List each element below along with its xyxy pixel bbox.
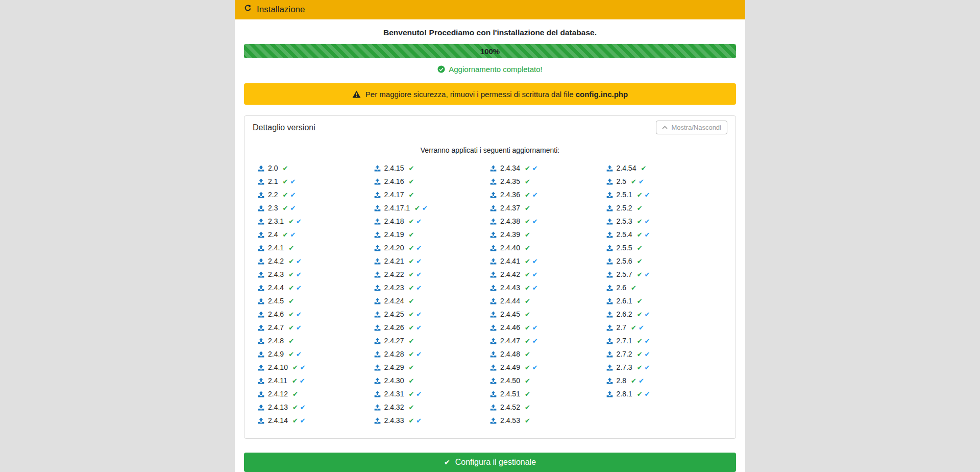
green-check-icon: ✔ — [637, 364, 643, 371]
green-check-icon: ✔ — [408, 338, 414, 344]
blue-check-icon: ✔ — [645, 338, 650, 344]
upload-icon — [490, 364, 497, 371]
install-panel: Installazione Benvenuto! Procediamo con … — [235, 0, 745, 472]
version-item: 2.4.17.1 ✔✔ — [374, 201, 491, 215]
progress-bar-fill: 100% — [244, 44, 736, 58]
blue-check-icon: ✔ — [416, 218, 422, 225]
blue-check-icon: ✔ — [296, 351, 302, 358]
version-item: 2.4.5 ✔ — [258, 294, 374, 308]
version-item: 2.4.26 ✔✔ — [374, 321, 491, 334]
version-label: 2.4.17 — [384, 191, 404, 199]
green-check-icon: ✔ — [525, 178, 530, 185]
version-label: 2.3.1 — [268, 217, 284, 225]
blue-check-icon: ✔ — [645, 364, 650, 371]
blue-check-icon: ✔ — [296, 271, 302, 278]
blue-check-icon: ✔ — [532, 192, 538, 198]
upload-icon — [374, 364, 381, 371]
version-label: 2.4.52 — [500, 403, 520, 411]
version-label: 2.4.8 — [268, 337, 284, 345]
version-item: 2.4.53 ✔ — [490, 414, 606, 427]
blue-check-icon: ✔ — [416, 391, 422, 397]
version-checks: ✔✔ — [637, 351, 650, 358]
upload-icon — [490, 178, 497, 185]
version-item: 2.4.20 ✔✔ — [374, 241, 491, 254]
version-label: 2.4.42 — [500, 270, 520, 278]
version-label: 2.4.9 — [268, 350, 284, 358]
version-checks: ✔✔ — [525, 324, 538, 331]
upload-icon — [606, 298, 613, 304]
blue-check-icon: ✔ — [645, 391, 650, 397]
version-item: 2.4.18 ✔✔ — [374, 215, 491, 228]
upload-icon — [374, 417, 381, 424]
version-checks: ✔✔ — [525, 338, 538, 344]
version-item: 2.4.3 ✔✔ — [258, 268, 374, 281]
upload-icon — [490, 324, 497, 331]
blue-check-icon: ✔ — [645, 218, 650, 225]
version-checks: ✔ — [641, 165, 646, 172]
blue-check-icon: ✔ — [639, 178, 644, 185]
blue-check-icon: ✔ — [532, 364, 538, 371]
warning-text: Per maggiore sicurezza, rimuovi i permes… — [365, 90, 628, 99]
version-item: 2.5.6 ✔ — [606, 254, 723, 268]
version-item: 2.4.7 ✔✔ — [258, 321, 374, 334]
version-label: 2.4.28 — [384, 350, 404, 358]
blue-check-icon: ✔ — [300, 404, 306, 411]
version-item: 2.8 ✔✔ — [606, 374, 723, 387]
version-item: 2.0 ✔ — [258, 161, 374, 175]
blue-check-icon: ✔ — [532, 324, 538, 331]
configure-button[interactable]: ✔ Configura il gestionale — [244, 453, 736, 472]
version-checks: ✔✔ — [292, 377, 305, 384]
green-check-icon: ✔ — [631, 285, 636, 291]
green-check-icon: ✔ — [637, 205, 643, 211]
version-label: 2.4.29 — [384, 363, 404, 371]
version-label: 2.4.49 — [500, 363, 520, 371]
version-checks: ✔✔ — [414, 205, 428, 211]
version-item: 2.4.4 ✔✔ — [258, 281, 374, 294]
upload-icon — [490, 258, 497, 265]
version-item: 2.4.11 ✔✔ — [258, 374, 374, 387]
green-check-icon: ✔ — [525, 231, 530, 238]
version-label: 2.4.32 — [384, 403, 404, 411]
version-label: 2.4.10 — [268, 363, 288, 371]
green-check-icon: ✔ — [408, 391, 414, 397]
version-label: 2.7.2 — [617, 350, 632, 358]
version-checks: ✔ — [525, 298, 530, 304]
version-label: 2.5.3 — [617, 217, 632, 225]
version-label: 2.4.1 — [268, 244, 284, 252]
version-item: 2.4.39 ✔ — [490, 228, 606, 241]
version-checks: ✔✔ — [288, 351, 302, 358]
version-label: 2.3 — [268, 204, 278, 212]
versions-card-header: Dettaglio versioni Mostra/Nascondi — [244, 116, 736, 139]
version-label: 2.5.1 — [617, 191, 632, 199]
blue-check-icon: ✔ — [290, 205, 296, 211]
version-label: 2.4.48 — [500, 350, 520, 358]
version-checks: ✔ — [408, 165, 414, 172]
green-check-icon: ✔ — [288, 285, 294, 291]
toggle-versions-button[interactable]: Mostra/Nascondi — [656, 121, 727, 134]
upload-icon — [606, 218, 613, 225]
upload-icon — [374, 311, 381, 318]
blue-check-icon: ✔ — [422, 205, 428, 211]
upload-icon — [374, 192, 381, 198]
upload-icon — [258, 285, 264, 291]
green-check-icon: ✔ — [525, 218, 530, 225]
version-label: 2.7 — [617, 323, 626, 332]
green-check-icon: ✔ — [282, 192, 288, 198]
version-checks: ✔ — [525, 351, 530, 358]
version-item: 2.4.44 ✔ — [490, 294, 606, 308]
version-label: 2.7.3 — [617, 363, 632, 371]
green-check-icon: ✔ — [641, 165, 646, 172]
green-check-icon: ✔ — [525, 364, 530, 371]
version-label: 2.4.40 — [500, 244, 520, 252]
version-label: 2.5.5 — [617, 244, 632, 252]
version-checks: ✔ — [408, 298, 414, 304]
version-item: 2.5.2 ✔ — [606, 201, 723, 215]
version-item: 2.6.1 ✔ — [606, 294, 723, 308]
version-checks: ✔ — [525, 377, 530, 384]
green-check-icon: ✔ — [408, 218, 414, 225]
version-label: 2.5.4 — [617, 230, 632, 239]
version-label: 2.4.51 — [500, 390, 520, 398]
version-checks: ✔✔ — [292, 404, 306, 411]
version-item: 2.5.5 ✔ — [606, 241, 723, 254]
version-checks: ✔ — [292, 391, 298, 397]
